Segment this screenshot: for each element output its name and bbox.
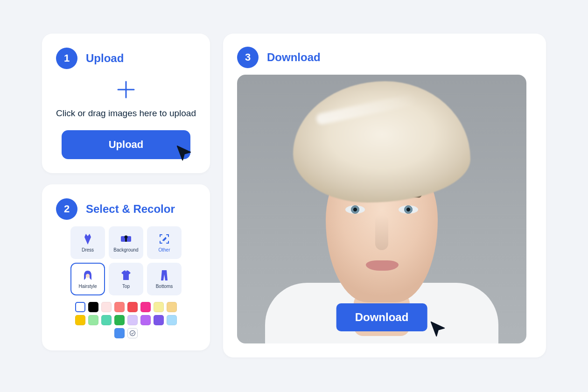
category-other[interactable]: Other	[147, 226, 182, 259]
portrait-lips	[366, 260, 399, 271]
category-label: Background	[113, 247, 138, 252]
swatch-light-pink[interactable]	[101, 302, 112, 312]
category-label: Bottoms	[156, 284, 173, 289]
swatch-custom-color[interactable]	[127, 328, 138, 338]
swatch-pale-yellow[interactable]	[154, 302, 164, 312]
portrait-nose	[375, 215, 388, 250]
step-badge-1: 1	[56, 48, 77, 69]
portrait-hair	[293, 81, 470, 203]
step-badge-2: 2	[56, 198, 77, 220]
recolor-card: 2 Select & Recolor Dress Background	[42, 184, 210, 350]
step-header-recolor: 2 Select & Recolor	[56, 198, 196, 220]
step-title-upload: Upload	[86, 52, 124, 65]
category-grid: Dress Background Other	[56, 226, 196, 295]
cursor-icon	[429, 320, 447, 338]
svg-rect-4	[125, 238, 127, 242]
download-card: 3 Download Download	[223, 34, 546, 357]
plus-icon	[115, 78, 137, 101]
swatch-yellow[interactable]	[75, 315, 85, 325]
upload-button-label: Upload	[109, 139, 144, 150]
category-background[interactable]: Background	[109, 226, 143, 259]
dress-icon	[81, 232, 94, 245]
swatch-mint[interactable]	[88, 315, 98, 325]
portrait-eye	[399, 205, 418, 214]
upload-card: 1 Upload Click or drag images here to up…	[42, 34, 210, 173]
swatch-green[interactable]	[114, 315, 125, 325]
category-top[interactable]: Top	[109, 263, 143, 295]
cursor-icon	[175, 144, 193, 162]
swatch-violet[interactable]	[154, 315, 164, 325]
other-icon	[158, 232, 171, 245]
upload-button[interactable]: Upload	[62, 130, 190, 159]
hairstyle-icon	[81, 269, 94, 282]
result-preview: Download	[237, 75, 526, 343]
download-button-label: Download	[355, 311, 409, 323]
top-icon	[119, 269, 133, 282]
swatch-light-blue[interactable]	[167, 315, 177, 325]
swatch-magenta[interactable]	[140, 302, 151, 312]
swatch-teal[interactable]	[101, 315, 112, 325]
category-label: Dress	[82, 247, 94, 252]
upload-hint: Click or drag images here to upload	[56, 107, 196, 120]
step-title-download: Download	[267, 51, 321, 64]
swatch-purple[interactable]	[140, 315, 151, 325]
category-hairstyle[interactable]: Hairstyle	[70, 263, 105, 295]
swatch-salmon[interactable]	[114, 302, 125, 312]
swatch-blue[interactable]	[114, 328, 125, 338]
download-button[interactable]: Download	[336, 303, 427, 331]
step-header-download: 3 Download	[237, 47, 532, 68]
category-label: Hairstyle	[79, 284, 97, 289]
swatch-sand[interactable]	[167, 302, 177, 312]
category-label: Other	[158, 247, 170, 252]
category-dress[interactable]: Dress	[70, 226, 105, 259]
swatch-black[interactable]	[88, 302, 98, 312]
background-icon	[119, 232, 133, 245]
category-label: Top	[122, 284, 130, 289]
swatch-red[interactable]	[127, 302, 138, 312]
step-title-recolor: Select & Recolor	[86, 203, 175, 216]
svg-point-5	[86, 274, 90, 278]
bottoms-icon	[158, 269, 171, 282]
step-badge-3: 3	[237, 47, 259, 68]
swatch-white-selected[interactable]	[75, 302, 85, 312]
color-swatches	[70, 302, 182, 338]
step-header-upload: 1 Upload	[56, 48, 196, 69]
portrait-eye	[345, 205, 365, 214]
upload-dropzone[interactable]: Click or drag images here to upload Uplo…	[56, 78, 196, 159]
swatch-lavender[interactable]	[127, 315, 138, 325]
category-bottoms[interactable]: Bottoms	[147, 263, 182, 295]
svg-point-6	[130, 330, 135, 336]
